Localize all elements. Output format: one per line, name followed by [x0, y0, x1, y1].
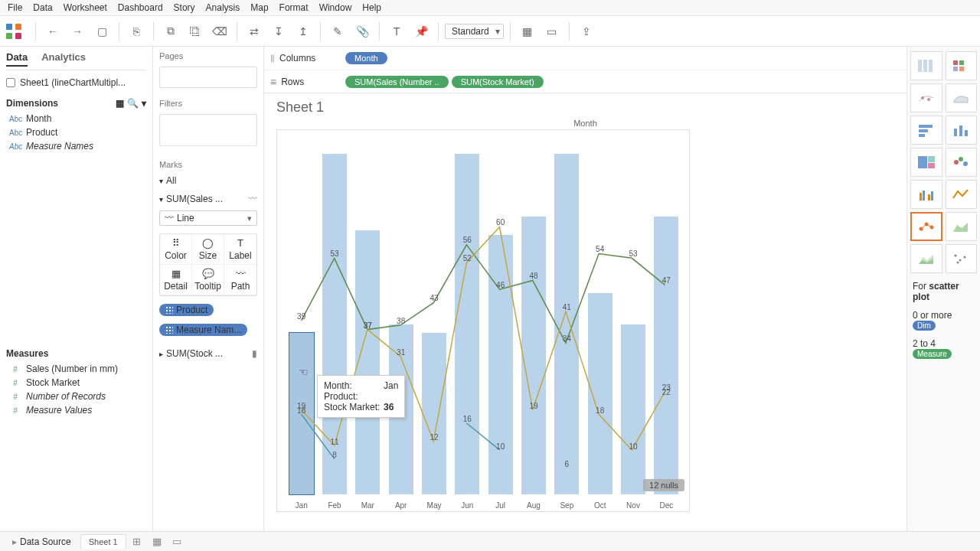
- rows-label: Rows: [281, 77, 304, 87]
- bar[interactable]: [621, 324, 645, 494]
- sm-area-disc[interactable]: [910, 244, 942, 273]
- show-me-hint: For scatter plot: [910, 281, 977, 302]
- menu-worksheet[interactable]: Worksheet: [64, 2, 107, 13]
- show-cards-icon[interactable]: ▦: [517, 21, 538, 42]
- sm-side-by-side[interactable]: [910, 180, 942, 209]
- sm-circle[interactable]: [946, 148, 978, 177]
- new-worksheet-tab-icon[interactable]: ⊞: [128, 536, 146, 547]
- menu-analysis[interactable]: Analysis: [206, 2, 240, 13]
- fit-select[interactable]: Standard: [445, 24, 504, 39]
- new-story-tab-icon[interactable]: ▭: [168, 536, 186, 547]
- field-number-records[interactable]: #Number of Records: [6, 390, 146, 403]
- bar[interactable]: [355, 230, 380, 494]
- bar[interactable]: [521, 217, 546, 494]
- labels-icon[interactable]: T: [386, 21, 407, 42]
- menu-format[interactable]: Format: [279, 2, 309, 13]
- field-measure-names[interactable]: AbcMeasure Names: [6, 139, 146, 153]
- sm-line-cont[interactable]: [946, 180, 978, 209]
- pill-product[interactable]: Product: [159, 304, 214, 316]
- mark-path[interactable]: 〰Path: [224, 265, 256, 295]
- sm-dual-combo[interactable]: [910, 212, 942, 241]
- duplicate-icon[interactable]: ⿻: [185, 21, 206, 42]
- back-icon[interactable]: ←: [42, 21, 64, 42]
- mark-size[interactable]: ◯Size: [192, 234, 224, 265]
- sm-vbar[interactable]: [946, 116, 978, 145]
- filters-shelf[interactable]: [159, 114, 257, 146]
- bar[interactable]: [554, 154, 579, 494]
- new-worksheet-icon[interactable]: ⧉: [160, 21, 181, 42]
- new-dashboard-tab-icon[interactable]: ▦: [148, 536, 166, 547]
- field-sales[interactable]: #Sales (Number in mm): [6, 362, 146, 376]
- field-product[interactable]: AbcProduct: [6, 126, 146, 139]
- field-measure-values[interactable]: #Measure Values: [6, 403, 146, 417]
- svg-rect-24: [931, 191, 933, 201]
- chart-view[interactable]: 12 nulls ☜ JanFebMarAprMayJunJulAugSepOc…: [276, 129, 690, 512]
- mark-color[interactable]: ⠿Color: [160, 234, 192, 265]
- sm-area[interactable]: [946, 212, 978, 241]
- pill-sum-stock[interactable]: SUM(Stock Market): [452, 76, 544, 88]
- save-icon[interactable]: ▢: [91, 21, 113, 42]
- rows-shelf[interactable]: SUM(Sales (Number .. SUM(Stock Market): [345, 76, 544, 88]
- marks-sum-stock[interactable]: ▸SUM(Stock ...▮: [159, 347, 257, 360]
- swap-icon[interactable]: ⇄: [243, 21, 265, 42]
- tab-analytics[interactable]: Analytics: [41, 51, 86, 67]
- sort-desc-icon[interactable]: ↥: [292, 21, 314, 42]
- filters-label: Filters: [159, 99, 257, 108]
- pill-measure-names[interactable]: Measure Nam...: [159, 324, 247, 336]
- pill-sum-sales[interactable]: SUM(Sales (Number ..: [345, 76, 449, 88]
- mark-detail[interactable]: ▦Detail: [160, 265, 192, 295]
- svg-rect-12: [954, 129, 957, 136]
- bar[interactable]: [455, 154, 479, 494]
- svg-point-8: [927, 98, 930, 101]
- menu-help[interactable]: Help: [362, 2, 381, 13]
- bar[interactable]: [654, 217, 678, 494]
- sheet-title[interactable]: Sheet 1: [276, 99, 894, 116]
- datasource-item[interactable]: Sheet1 (lineChartMultipl...: [6, 75, 146, 90]
- search-icon[interactable]: 🔍: [127, 98, 139, 109]
- menu-file[interactable]: File: [8, 2, 22, 13]
- menu-story[interactable]: Story: [174, 2, 195, 13]
- presentation-icon[interactable]: ▭: [541, 21, 563, 42]
- bar[interactable]: [588, 293, 612, 494]
- field-stock-market[interactable]: #Stock Market: [6, 376, 146, 390]
- field-month[interactable]: AbcMonth: [6, 112, 146, 126]
- menu-window[interactable]: Window: [319, 2, 352, 13]
- pill-month[interactable]: Month: [345, 52, 387, 64]
- menu-data[interactable]: Data: [33, 2, 52, 13]
- sm-heatmap[interactable]: [946, 51, 978, 80]
- marks-sum-sales[interactable]: ▾SUM(Sales ...〰: [159, 192, 257, 206]
- marks-all[interactable]: ▾All: [159, 174, 257, 187]
- sm-scatter[interactable]: [946, 244, 978, 273]
- tooltip: Month:Jan Product: Stock Market:36: [317, 375, 405, 418]
- tab-data[interactable]: Data: [6, 51, 28, 67]
- bar[interactable]: [422, 333, 446, 494]
- sm-map-symbol[interactable]: [910, 83, 942, 112]
- table-view-icon[interactable]: ▦: [116, 98, 124, 109]
- mark-type-select[interactable]: 〰Line: [159, 210, 257, 226]
- point-label: 52: [463, 254, 472, 262]
- menu-map[interactable]: Map: [250, 2, 268, 13]
- tab-data-source[interactable]: Data Source: [5, 534, 79, 549]
- mark-tooltip[interactable]: 💬Tooltip: [192, 265, 224, 295]
- chevron-down-icon[interactable]: ▾: [142, 98, 146, 109]
- share-icon[interactable]: ⇪: [576, 21, 597, 42]
- sort-asc-icon[interactable]: ↧: [268, 21, 289, 42]
- tab-sheet1[interactable]: Sheet 1: [80, 534, 126, 549]
- nulls-indicator[interactable]: 12 nulls: [643, 479, 684, 491]
- new-datasource-icon[interactable]: ⎘: [126, 21, 147, 42]
- sm-hbar[interactable]: [910, 116, 942, 145]
- pages-shelf[interactable]: [159, 67, 257, 88]
- sm-text-table[interactable]: [910, 51, 942, 80]
- sm-treemap[interactable]: [910, 148, 942, 177]
- sm-map-filled[interactable]: [946, 83, 978, 112]
- columns-shelf[interactable]: Month: [345, 52, 387, 64]
- forward-icon[interactable]: →: [67, 21, 88, 42]
- pin-icon[interactable]: 📌: [410, 21, 432, 42]
- bar[interactable]: [488, 235, 513, 494]
- menu-dashboard[interactable]: Dashboard: [118, 2, 163, 13]
- toolbar: ← → ▢ ⎘ ⧉ ⿻ ⌫ ⇄ ↧ ↥ ✎ 📎 T 📌 Standard ▦ ▭…: [0, 16, 980, 47]
- mark-label[interactable]: TLabel: [224, 234, 256, 265]
- group-icon[interactable]: 📎: [351, 21, 373, 42]
- highlight-icon[interactable]: ✎: [327, 21, 348, 42]
- clear-icon[interactable]: ⌫: [209, 21, 230, 42]
